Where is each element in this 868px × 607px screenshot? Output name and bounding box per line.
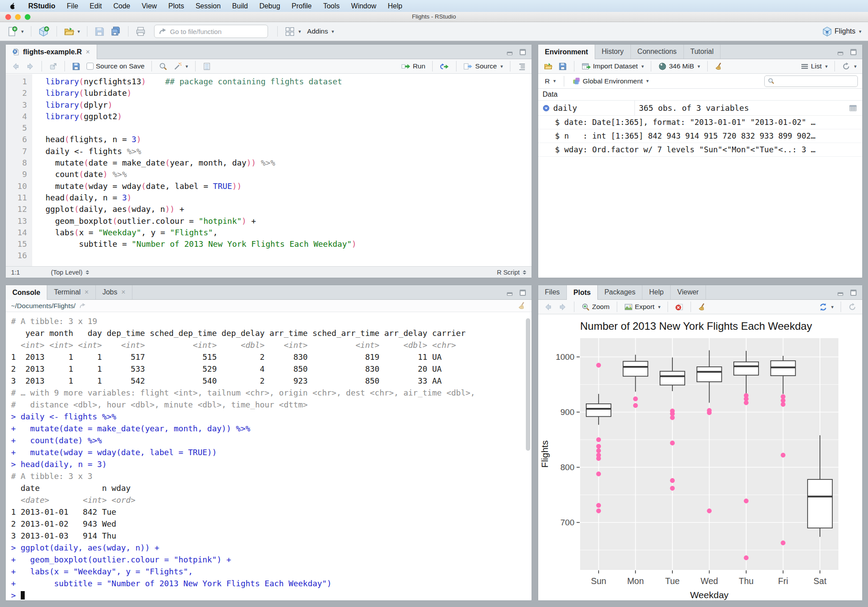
compile-report-button[interactable]	[200, 61, 213, 72]
tab-tutorial[interactable]: Tutorial	[684, 45, 721, 59]
object-row-daily[interactable]: daily 365 obs. of 3 variables	[538, 101, 862, 116]
rerun-button[interactable]	[438, 61, 451, 72]
publish-button[interactable]: ▾	[817, 302, 836, 313]
menu-item-tools[interactable]: Tools	[317, 2, 345, 10]
tab-viewer[interactable]: Viewer	[671, 285, 706, 299]
export-plot-button[interactable]: Export ▾	[622, 302, 663, 313]
apple-menu-icon[interactable]	[9, 2, 16, 10]
menu-item-profile[interactable]: Profile	[286, 2, 317, 10]
list-view-button[interactable]: List ▾	[798, 61, 830, 72]
forward-button[interactable]	[24, 61, 37, 72]
save-button[interactable]	[92, 25, 107, 38]
import-dataset-button[interactable]: Import Dataset ▾	[579, 61, 646, 72]
minimize-pane-icon[interactable]	[506, 49, 515, 56]
console-line: <int> <int> <int> <int> <int> <dbl> <int…	[11, 339, 532, 351]
minimize-pane-icon[interactable]	[837, 290, 846, 296]
refresh-plot-button[interactable]	[846, 302, 859, 313]
memory-usage-button[interactable]: 346 MiB ▾	[656, 61, 702, 72]
goto-file-input[interactable]: Go to file/function	[154, 25, 268, 38]
menu-item-session[interactable]: Session	[190, 2, 226, 10]
refresh-environment-button[interactable]: ▾	[840, 61, 859, 72]
clear-console-icon[interactable]	[518, 302, 526, 310]
pane-layout-button[interactable]: ▾	[283, 25, 303, 38]
tab-label: Connections	[638, 48, 677, 56]
load-workspace-button[interactable]	[542, 61, 555, 72]
close-icon[interactable]: ×	[86, 48, 90, 56]
tab-files[interactable]: Files	[538, 285, 567, 299]
console-line: + labs(x = "Weekday", y = "Flights",	[11, 566, 532, 577]
tab-console[interactable]: Console	[6, 285, 47, 300]
menu-item-view[interactable]: View	[136, 2, 162, 10]
new-file-button[interactable]: ▾	[4, 25, 26, 38]
previous-plot-button[interactable]	[542, 302, 555, 313]
maximize-pane-icon[interactable]	[850, 289, 857, 296]
clear-workspace-button[interactable]	[713, 61, 725, 72]
console-output[interactable]: # A tibble: 3 x 19 year month day dep_ti…	[6, 313, 532, 600]
chevron-down-icon: ▾	[859, 29, 861, 34]
tab-flights-example[interactable]: R flights-example.R ×	[6, 45, 97, 59]
code-editor[interactable]: 12345678910111213141516 library(nycfligh…	[6, 74, 532, 266]
menu-item-plots[interactable]: Plots	[162, 2, 190, 10]
menu-item-build[interactable]: Build	[226, 2, 254, 10]
maximize-pane-icon[interactable]	[519, 49, 526, 56]
print-button[interactable]	[133, 25, 148, 38]
file-type-selector-icon[interactable]	[523, 270, 526, 275]
outlier-point	[781, 402, 785, 407]
scope-selector-icon[interactable]	[86, 270, 89, 275]
memory-pie-icon	[658, 62, 667, 71]
tab-terminal[interactable]: Terminal×	[47, 285, 96, 299]
minimize-pane-icon[interactable]	[506, 290, 515, 296]
tab-packages[interactable]: Packages	[598, 285, 642, 299]
source-button[interactable]: Source ▾	[461, 61, 505, 72]
back-button[interactable]	[9, 61, 22, 72]
menu-item-code[interactable]: Code	[108, 2, 136, 10]
run-button[interactable]: Run	[399, 61, 427, 72]
popout-button[interactable]	[47, 61, 60, 72]
console-scrollbar[interactable]	[526, 318, 530, 451]
source-statusbar: 1:1 (Top Level) R Script	[6, 266, 532, 278]
save-all-button[interactable]	[109, 25, 123, 38]
tab-help[interactable]: Help	[642, 285, 671, 299]
goto-directory-icon[interactable]	[79, 302, 86, 309]
find-button[interactable]	[157, 61, 170, 72]
file-type-indicator[interactable]: R Script	[497, 269, 520, 276]
project-menu-button[interactable]: R Flights ▾	[820, 25, 864, 38]
object-field-row: $ n : int [1:365] 842 943 914 915 720 83…	[538, 129, 862, 143]
menu-item-file[interactable]: File	[61, 2, 84, 10]
source-on-save-checkbox[interactable]: Source on Save	[84, 61, 147, 72]
zoom-plot-button[interactable]: Zoom	[579, 302, 612, 313]
view-table-icon[interactable]	[849, 104, 857, 112]
language-selector[interactable]: R ▾	[543, 76, 558, 87]
save-source-button[interactable]	[70, 61, 83, 72]
chevron-down-icon: ▾	[332, 29, 334, 34]
close-icon[interactable]: ×	[85, 288, 89, 296]
source-toolbar: Source on Save ▾ Run Source ▾	[6, 59, 532, 74]
close-icon[interactable]: ×	[121, 288, 125, 296]
minimize-pane-icon[interactable]	[837, 49, 846, 56]
environment-selector[interactable]: Global Environment ▾	[570, 75, 651, 87]
tab-connections[interactable]: Connections	[631, 45, 684, 59]
code-tools-button[interactable]: ▾	[171, 61, 190, 72]
environment-search-input[interactable]	[764, 75, 858, 87]
menu-item-debug[interactable]: Debug	[253, 2, 286, 10]
next-plot-button[interactable]	[556, 302, 569, 313]
menu-item-help[interactable]: Help	[382, 2, 408, 10]
open-file-button[interactable]: ▾	[62, 25, 83, 38]
remove-plot-button[interactable]	[673, 302, 686, 313]
tab-jobs[interactable]: Jobs×	[96, 285, 132, 299]
addins-button[interactable]: Addins ▾	[305, 26, 336, 37]
clear-plots-button[interactable]	[696, 302, 709, 313]
scope-indicator[interactable]: (Top Level)	[51, 269, 83, 276]
menu-item-edit[interactable]: Edit	[84, 2, 108, 10]
maximize-pane-icon[interactable]	[850, 49, 857, 56]
expand-object-icon[interactable]	[543, 105, 550, 112]
tab-environment[interactable]: Environment	[538, 45, 595, 59]
tab-plots[interactable]: Plots	[567, 285, 598, 300]
document-outline-button[interactable]	[515, 61, 528, 72]
menu-item-window[interactable]: Window	[345, 2, 382, 10]
new-project-button[interactable]	[36, 25, 52, 38]
maximize-pane-icon[interactable]	[519, 289, 526, 296]
tab-history[interactable]: History	[595, 45, 631, 59]
menu-item-rstudio[interactable]: RStudio	[23, 2, 61, 10]
save-workspace-button[interactable]	[556, 61, 569, 72]
